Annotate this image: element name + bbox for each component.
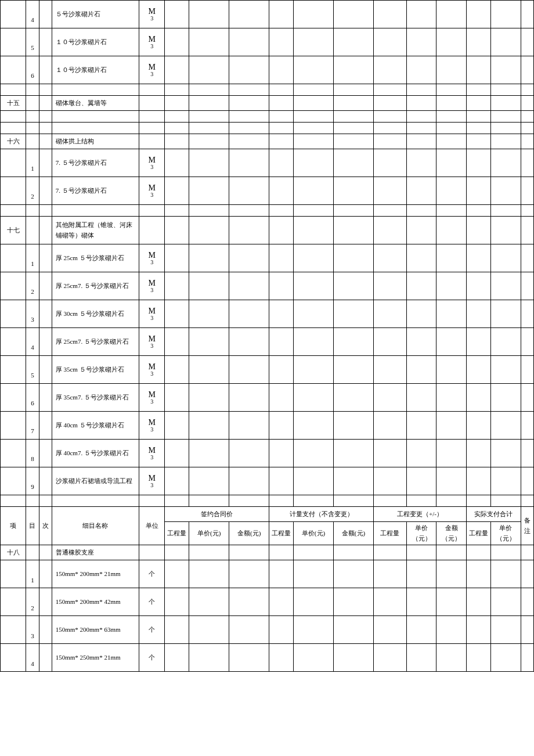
empty-cell xyxy=(269,205,294,217)
empty-cell xyxy=(165,96,189,111)
item-description: 150mm* 200mm* 63mm xyxy=(52,616,139,644)
empty-cell xyxy=(165,467,189,495)
empty-cell xyxy=(189,495,229,507)
empty-cell xyxy=(229,467,269,495)
item-number: 5 xyxy=(26,356,39,384)
hdr-name: 细目名称 xyxy=(52,507,139,545)
empty-cell xyxy=(229,244,269,272)
empty-cell xyxy=(334,56,374,84)
empty-cell xyxy=(189,545,229,560)
item-description: 厚 35cm ５号沙浆砌片石 xyxy=(52,356,139,384)
empty-cell xyxy=(334,560,374,588)
empty-cell xyxy=(491,384,521,412)
unit-cell: M3 xyxy=(139,328,164,356)
empty-cell xyxy=(229,272,269,300)
empty-cell xyxy=(294,588,334,616)
hdr-unit: 单位 xyxy=(139,507,164,545)
empty-cell xyxy=(406,134,436,149)
subitem-cell xyxy=(39,300,52,328)
item-description: 7. ５号沙浆砌片石 xyxy=(52,177,139,205)
empty-cell xyxy=(374,616,407,644)
empty-cell xyxy=(229,217,269,244)
empty-cell xyxy=(406,96,436,111)
unit-cell: M3 xyxy=(139,412,164,440)
empty-cell xyxy=(491,300,521,328)
empty-cell xyxy=(229,28,269,56)
empty-cell xyxy=(334,356,374,384)
item-description: 厚 25cm7. ５号沙浆砌片石 xyxy=(52,328,139,356)
empty-cell xyxy=(436,134,467,149)
empty-cell xyxy=(406,272,436,300)
unit-cell: M3 xyxy=(139,467,164,495)
empty-cell xyxy=(165,177,189,205)
empty-cell xyxy=(491,467,521,495)
empty-cell xyxy=(294,123,334,134)
unit-cell: M3 xyxy=(139,272,164,300)
empty-cell xyxy=(521,560,533,588)
empty-cell xyxy=(374,177,407,205)
empty-cell xyxy=(436,644,467,672)
empty-cell xyxy=(229,328,269,356)
item-description: 厚 35cm7. ５号沙浆砌片石 xyxy=(52,384,139,412)
empty-cell xyxy=(374,328,407,356)
empty-cell xyxy=(334,244,374,272)
empty-cell xyxy=(294,644,334,672)
empty-cell xyxy=(229,1,269,28)
section-cell xyxy=(1,1,26,28)
empty-cell xyxy=(189,123,229,134)
item-number: 6 xyxy=(26,56,39,84)
section-cell xyxy=(1,56,26,84)
empty-cell xyxy=(436,328,467,356)
empty-cell xyxy=(521,205,533,217)
empty-cell xyxy=(436,205,467,217)
hdr-group-change: 工程变更（+/-） xyxy=(374,507,467,522)
empty-cell xyxy=(165,244,189,272)
item-description: 7. ５号沙浆砌片石 xyxy=(52,149,139,177)
empty-cell xyxy=(294,440,334,467)
empty-cell xyxy=(491,149,521,177)
empty-cell xyxy=(521,356,533,384)
empty-cell xyxy=(521,328,533,356)
empty-cell xyxy=(467,272,491,300)
empty-cell xyxy=(521,111,533,123)
empty-cell xyxy=(406,384,436,412)
empty-cell xyxy=(521,440,533,467)
empty-cell xyxy=(165,1,189,28)
empty-cell xyxy=(269,545,294,560)
item-number: 2 xyxy=(26,588,39,616)
empty-cell xyxy=(406,56,436,84)
empty-cell xyxy=(189,96,229,111)
item-description: 150mm* 250mm* 21mm xyxy=(52,644,139,672)
empty-cell xyxy=(521,644,533,672)
empty-cell xyxy=(491,560,521,588)
hdr-price: 单价（元） xyxy=(491,522,521,545)
empty-cell xyxy=(521,495,533,507)
empty-cell xyxy=(294,28,334,56)
empty-cell xyxy=(491,111,521,123)
item-description: 厚 30cm ５号沙浆砌片石 xyxy=(52,300,139,328)
empty-cell xyxy=(269,123,294,134)
empty-cell xyxy=(374,56,407,84)
empty-cell xyxy=(165,616,189,644)
empty-cell xyxy=(406,217,436,244)
empty-cell xyxy=(334,123,374,134)
subitem-cell xyxy=(39,467,52,495)
empty-cell xyxy=(521,217,533,244)
empty-cell xyxy=(436,495,467,507)
empty-cell xyxy=(334,149,374,177)
empty-cell xyxy=(189,644,229,672)
empty-cell xyxy=(269,588,294,616)
empty-cell xyxy=(334,28,374,56)
empty-cell xyxy=(294,495,334,507)
unit-cell: M3 xyxy=(139,149,164,177)
hdr-price: 单价(元) xyxy=(294,522,334,545)
empty-cell xyxy=(436,217,467,244)
empty-cell xyxy=(334,644,374,672)
item-description: １０号沙浆砌片石 xyxy=(52,28,139,56)
empty-cell xyxy=(491,217,521,244)
section-label: 十七 xyxy=(1,217,26,244)
empty-cell xyxy=(521,244,533,272)
empty-cell xyxy=(374,205,407,217)
empty-cell xyxy=(521,123,533,134)
item-number: 8 xyxy=(26,440,39,467)
